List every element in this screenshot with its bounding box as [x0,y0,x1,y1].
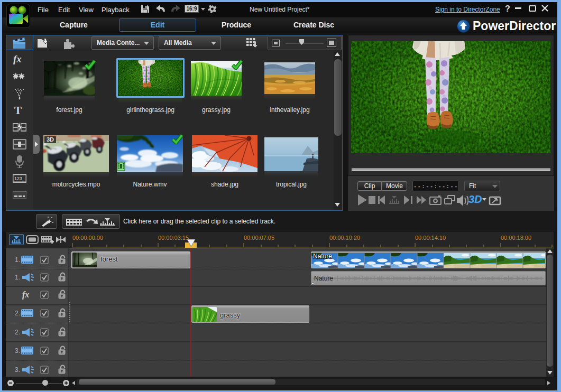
svg-text:2.: 2. [15,329,20,336]
svg-text:3.: 3. [15,347,20,354]
svg-text:2.: 2. [15,310,20,317]
svg-text:3.: 3. [15,366,20,374]
svg-text:fx: fx [22,290,29,300]
svg-text:1.: 1. [15,256,20,264]
svg-text:1.: 1. [15,274,20,281]
